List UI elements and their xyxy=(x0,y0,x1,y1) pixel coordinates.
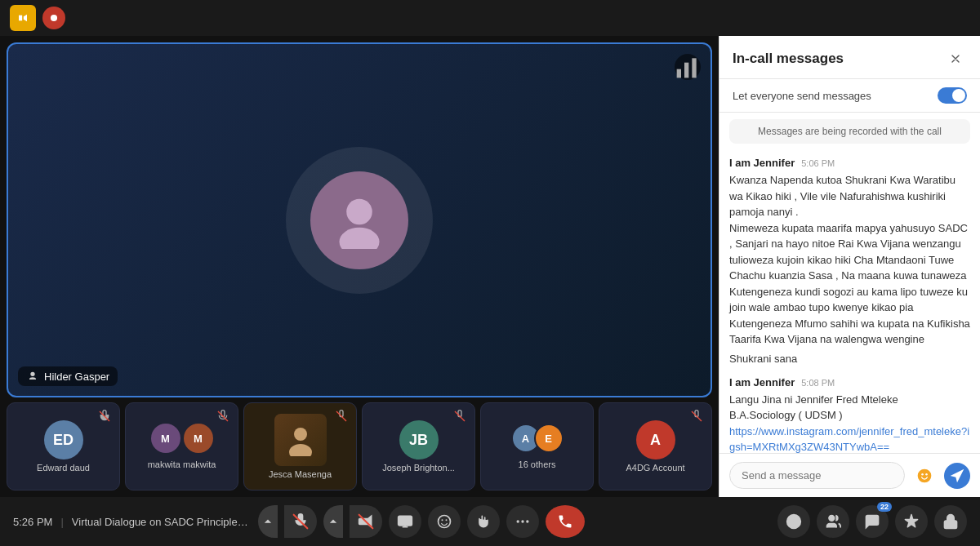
svg-line-13 xyxy=(692,411,702,421)
recording-notice: Messages are being recorded with the cal… xyxy=(729,119,970,144)
top-bar xyxy=(0,0,980,36)
svg-line-9 xyxy=(336,411,346,421)
speaker-name-label: Hilder Gasper xyxy=(44,371,109,383)
participant-tile: M M makwita makwita xyxy=(125,402,238,491)
meeting-info-button[interactable] xyxy=(777,505,810,538)
more-cam-options-button[interactable] xyxy=(323,505,343,538)
svg-point-22 xyxy=(445,519,447,521)
message-time: 5:06 PM xyxy=(801,158,835,168)
mute-indicator xyxy=(688,408,705,424)
svg-point-21 xyxy=(441,519,443,521)
participant-tile: ED Edward daud xyxy=(7,402,120,491)
participant-avatar: ED xyxy=(44,420,83,459)
message-link[interactable]: https://www.instagram.com/jennifer_fred_… xyxy=(729,425,969,454)
speaker-name-bar: Hilder Gasper xyxy=(18,366,118,386)
participant-tile: Jesca Masenga xyxy=(243,402,357,491)
emoji-button[interactable] xyxy=(911,463,938,489)
participant-avatar: JB xyxy=(399,420,439,459)
svg-rect-0 xyxy=(15,10,31,26)
svg-point-16 xyxy=(925,473,928,476)
svg-point-27 xyxy=(829,516,835,522)
chat-message-input[interactable] xyxy=(729,462,905,489)
send-message-button[interactable] xyxy=(944,463,970,489)
people-button[interactable] xyxy=(817,505,849,538)
present-button[interactable] xyxy=(389,505,421,538)
svg-point-2 xyxy=(346,198,372,224)
svg-point-11 xyxy=(289,444,312,456)
message-header: I am Jennifer 5:06 PM xyxy=(729,157,970,169)
participant-name: A4DG Account xyxy=(622,463,688,473)
chat-close-button[interactable] xyxy=(944,47,967,70)
others-avatar: E xyxy=(534,424,564,453)
send-messages-toggle[interactable] xyxy=(938,87,967,104)
chat-input-row xyxy=(719,453,980,497)
participant-avatar: M xyxy=(184,424,213,453)
message-sender: I am Jennifer xyxy=(729,157,795,169)
chat-message: I am Jennifer 5:08 PM Langu Jina ni Jenn… xyxy=(729,376,970,454)
message-sender: I am Jennifer xyxy=(729,376,795,388)
svg-point-15 xyxy=(921,473,924,476)
message-body: Kwanza Napenda kutoa Shukrani Kwa Warati… xyxy=(729,172,970,348)
shukrani-text: Shukrani sana xyxy=(729,353,970,365)
more-mic-options-button[interactable] xyxy=(258,505,278,538)
svg-rect-6 xyxy=(692,58,696,78)
svg-point-25 xyxy=(526,520,528,522)
mic-toggle-button[interactable] xyxy=(284,505,317,538)
multi-avatar-row: M M xyxy=(151,424,213,456)
svg-rect-4 xyxy=(677,69,681,78)
send-messages-toggle-row: Let everyone send messages xyxy=(719,79,980,113)
main-speaker-avatar xyxy=(286,147,433,294)
video-thumbnail xyxy=(274,414,327,466)
end-call-button[interactable] xyxy=(546,505,585,538)
divider: | xyxy=(60,516,63,528)
avatar-outer-ring xyxy=(286,147,433,294)
participant-name: Edward daud xyxy=(33,463,93,473)
bottom-bar: 5:26 PM | Virtual Dialogue on SADC Princ… xyxy=(0,497,980,546)
activities-button[interactable] xyxy=(895,505,928,538)
toggle-label: Let everyone send messages xyxy=(733,90,871,102)
participant-name: Jesca Masenga xyxy=(265,469,335,479)
cam-toggle-button[interactable] xyxy=(350,505,382,538)
mute-indicator xyxy=(333,408,350,424)
participant-name: Joseph Brighton... xyxy=(379,463,458,473)
chat-title: In-call messages xyxy=(733,51,844,67)
message-body: Langu Jina ni Jennifer Fred MtelekeB.A.S… xyxy=(729,392,970,454)
mute-indicator xyxy=(215,408,231,424)
meeting-title: Virtual Dialogue on SADC Principles of D… xyxy=(72,516,252,528)
svg-rect-28 xyxy=(945,521,957,528)
host-controls-button[interactable] xyxy=(934,505,967,538)
video-section: Hilder Gasper ED Edward daud M M xyxy=(0,36,719,497)
participant-tile: JB Joseph Brighton... xyxy=(362,402,475,491)
svg-point-1 xyxy=(51,15,57,21)
message-header: I am Jennifer 5:08 PM xyxy=(729,376,970,388)
svg-point-14 xyxy=(918,468,932,482)
avatar-inner xyxy=(310,171,408,269)
message-time: 5:08 PM xyxy=(801,378,835,388)
chat-badge: 22 xyxy=(877,502,892,512)
others-count-label: 16 others xyxy=(515,459,559,469)
svg-line-12 xyxy=(455,411,465,421)
svg-point-23 xyxy=(516,520,519,522)
more-options-button[interactable] xyxy=(506,505,539,538)
participant-avatar: A xyxy=(636,420,675,459)
svg-point-3 xyxy=(340,227,380,248)
participant-strip: ED Edward daud M M makwita makwita xyxy=(7,402,712,491)
raise-hand-button[interactable] xyxy=(467,505,500,538)
svg-point-24 xyxy=(521,520,523,522)
chat-header: In-call messages xyxy=(719,36,980,79)
chat-messages-container: I am Jennifer 5:06 PM Kwanza Napenda kut… xyxy=(719,150,980,453)
chat-message: I am Jennifer 5:06 PM Kwanza Napenda kut… xyxy=(729,157,970,365)
mute-indicator xyxy=(96,408,113,424)
svg-point-10 xyxy=(294,428,307,441)
svg-point-20 xyxy=(438,516,450,528)
chat-button-wrapper: 22 xyxy=(856,505,889,538)
speaker-stats-icon[interactable] xyxy=(675,54,701,80)
participant-avatar: M xyxy=(151,424,180,453)
meet-logo xyxy=(10,5,36,31)
mute-indicator xyxy=(452,408,468,424)
emoji-reactions-button[interactable] xyxy=(428,505,461,538)
meeting-time: 5:26 PM xyxy=(13,516,52,528)
participant-tile-others: A E 16 others xyxy=(480,402,594,491)
chat-panel: In-call messages Let everyone send messa… xyxy=(719,36,980,497)
main-area: Hilder Gasper ED Edward daud M M xyxy=(0,36,980,497)
